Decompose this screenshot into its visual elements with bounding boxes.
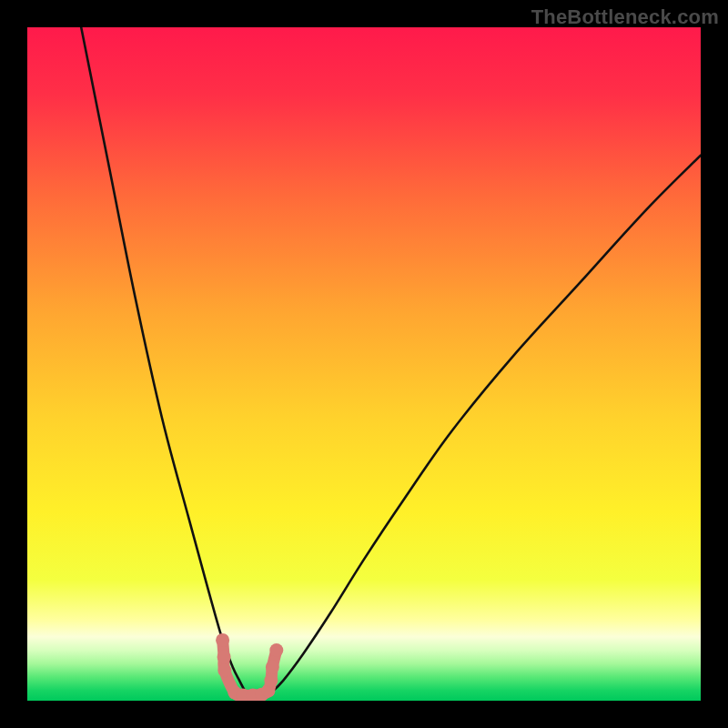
- trough-marker: [217, 663, 231, 677]
- attribution-watermark: TheBottleneck.com: [531, 5, 719, 29]
- trough-marker: [216, 633, 229, 647]
- trough-marker: [269, 643, 283, 657]
- trough-marker: [217, 650, 231, 663]
- chart-stage: TheBottleneck.com: [0, 0, 728, 728]
- trough-marker: [266, 661, 279, 674]
- bottleneck-curve-chart: [27, 27, 701, 701]
- gradient-background: [27, 27, 701, 701]
- plot-area: [27, 27, 701, 701]
- trough-marker: [264, 673, 278, 687]
